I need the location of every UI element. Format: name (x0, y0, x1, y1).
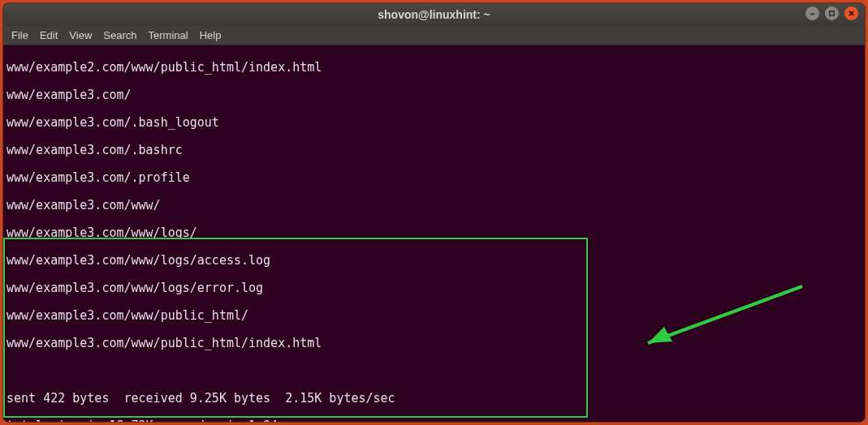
minimize-icon (809, 10, 816, 17)
output-line: www/example3.com/www/logs/access.log (6, 254, 862, 268)
output-line: www/example3.com/.bash_logout (6, 116, 862, 130)
output-line: sent 422 bytes received 9.25K bytes 2.15… (6, 392, 862, 406)
menu-edit[interactable]: Edit (40, 29, 58, 41)
menu-help[interactable]: Help (200, 29, 222, 41)
output-line: www/example3.com/www/public_html/index.h… (6, 337, 862, 350)
window-title: shovon@linuxhint: ~ (378, 8, 490, 21)
terminal-window: shovon@linuxhint: ~ File Edit View Searc… (3, 3, 865, 422)
maximize-icon (828, 10, 836, 17)
menubar: File Edit View Search Terminal Help (3, 26, 865, 45)
output-line: www/example3.com/.profile (6, 171, 862, 185)
output-line: www/example3.com/www/public_html/ (6, 309, 862, 323)
output-line: www/example2.com/www/public_html/index.h… (6, 61, 862, 75)
annotation-arrow (588, 264, 767, 346)
output-line: www/example3.com/.bashrc (6, 144, 862, 157)
menu-terminal[interactable]: Terminal (149, 29, 188, 41)
minimize-button[interactable] (805, 6, 819, 20)
svg-rect-1 (830, 11, 834, 15)
window-controls (805, 6, 858, 20)
close-icon (848, 10, 855, 17)
output-line: www/example3.com/ (6, 88, 862, 102)
output-line: www/example3.com/www/logs/ (6, 226, 862, 240)
menu-search[interactable]: Search (103, 29, 136, 41)
menu-file[interactable]: File (11, 29, 28, 41)
titlebar: shovon@linuxhint: ~ (3, 3, 865, 26)
terminal-body[interactable]: www/example2.com/www/public_html/index.h… (3, 45, 865, 422)
output-line: www/example3.com/www/logs/error.log (6, 281, 862, 295)
output-line (6, 364, 862, 378)
output-line: total size is 18.72K speedup is 1.94 (6, 419, 862, 422)
menu-view[interactable]: View (69, 29, 92, 41)
maximize-button[interactable] (825, 6, 839, 20)
close-button[interactable] (844, 6, 858, 20)
output-line: www/example3.com/www/ (6, 199, 862, 212)
